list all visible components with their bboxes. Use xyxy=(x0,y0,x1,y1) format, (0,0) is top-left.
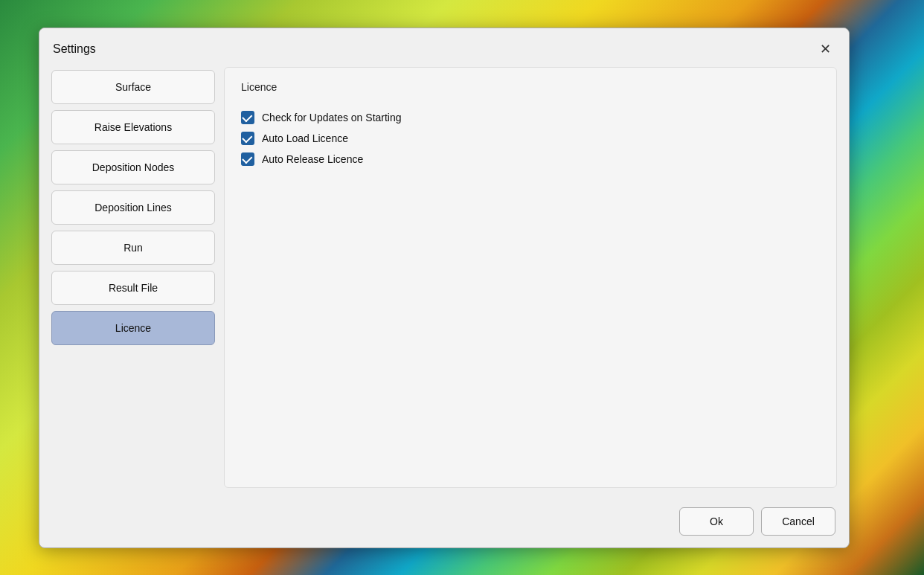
settings-dialog: Settings ✕ SurfaceRaise ElevationsDeposi… xyxy=(39,28,850,548)
checkbox-row-auto-release: Auto Release Licence xyxy=(241,152,820,166)
checkbox-row-auto-load: Auto Load Licence xyxy=(241,132,820,145)
sidebar-btn-deposition-nodes[interactable]: Deposition Nodes xyxy=(51,150,215,184)
cancel-button[interactable]: Cancel xyxy=(761,507,835,536)
checkbox-check-updates[interactable] xyxy=(241,111,254,124)
checkbox-label-check-updates: Check for Updates on Starting xyxy=(262,112,402,123)
checkbox-row-check-updates: Check for Updates on Starting xyxy=(241,111,820,124)
dialog-body: SurfaceRaise ElevationsDeposition NodesD… xyxy=(39,67,849,500)
dialog-titlebar: Settings ✕ xyxy=(39,28,849,67)
checkbox-auto-release[interactable] xyxy=(241,152,254,166)
ok-button[interactable]: Ok xyxy=(679,507,754,536)
sidebar: SurfaceRaise ElevationsDeposition NodesD… xyxy=(51,67,215,488)
checkbox-label-auto-release: Auto Release Licence xyxy=(262,153,363,165)
sidebar-btn-result-file[interactable]: Result File xyxy=(51,271,215,305)
sidebar-btn-licence[interactable]: Licence xyxy=(51,311,215,345)
close-button[interactable]: ✕ xyxy=(815,39,835,60)
dialog-title: Settings xyxy=(53,42,96,56)
sidebar-btn-surface[interactable]: Surface xyxy=(51,70,215,104)
sidebar-btn-deposition-lines[interactable]: Deposition Lines xyxy=(51,190,215,225)
checkbox-auto-load[interactable] xyxy=(241,132,254,145)
checkbox-list: Check for Updates on StartingAuto Load L… xyxy=(241,111,820,173)
sidebar-btn-raise-elevations[interactable]: Raise Elevations xyxy=(51,110,215,144)
checkbox-label-auto-load: Auto Load Licence xyxy=(262,132,348,144)
sidebar-btn-run[interactable]: Run xyxy=(51,231,215,265)
content-panel: Licence Check for Updates on StartingAut… xyxy=(224,67,837,488)
dialog-footer: Ok Cancel xyxy=(39,500,849,547)
section-title: Licence xyxy=(241,81,820,93)
